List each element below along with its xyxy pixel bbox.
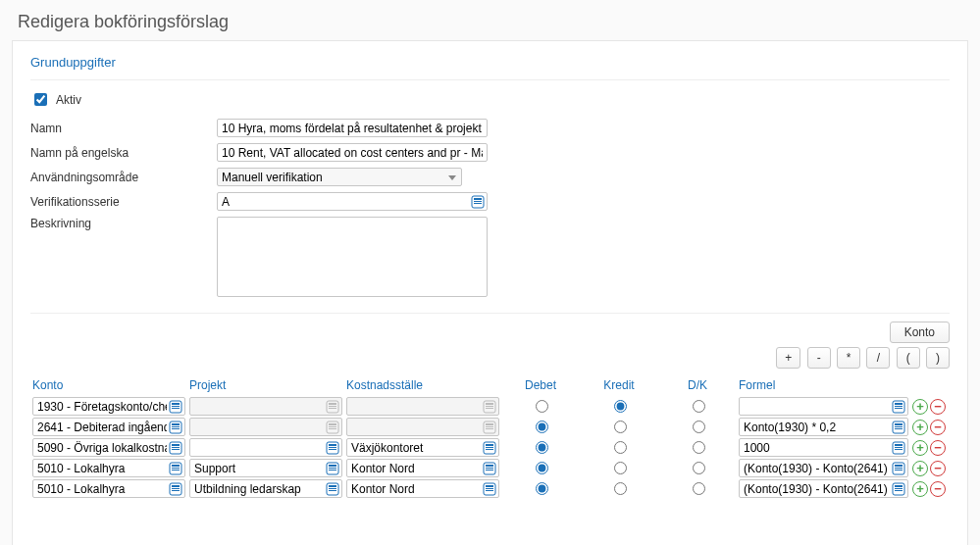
usage-select[interactable]: Manuell verifikation [217, 168, 462, 186]
th-dk[interactable]: D/K [658, 374, 737, 396]
projekt-input[interactable] [189, 479, 342, 498]
svg-rect-6 [172, 406, 180, 407]
kredit-radio[interactable] [614, 482, 627, 495]
svg-rect-26 [329, 426, 336, 427]
debet-radio[interactable] [536, 462, 548, 474]
remove-row-button[interactable]: − [930, 461, 946, 476]
op-plus-button[interactable]: + [776, 347, 800, 369]
op-lparen-button[interactable]: ( [897, 347, 920, 369]
debet-radio[interactable] [536, 421, 548, 433]
op-div-button[interactable]: / [866, 347, 890, 369]
remove-row-button[interactable]: − [930, 420, 946, 435]
remove-row-button[interactable]: − [930, 440, 946, 456]
th-debet[interactable]: Debet [501, 374, 580, 396]
svg-rect-38 [172, 447, 180, 448]
kost-input[interactable] [346, 438, 499, 457]
add-row-button[interactable]: + [912, 461, 928, 476]
series-input[interactable] [217, 192, 488, 211]
kredit-radio[interactable] [614, 421, 627, 433]
lookup-icon[interactable] [169, 441, 182, 455]
name-input[interactable] [217, 119, 488, 137]
lookup-icon[interactable] [892, 441, 905, 455]
desc-textarea[interactable] [217, 217, 488, 297]
lookup-icon[interactable] [892, 462, 905, 475]
konto-input[interactable] [32, 479, 185, 498]
th-formel[interactable]: Formel [737, 374, 910, 396]
svg-rect-49 [895, 444, 903, 446]
table-row: +− [30, 396, 950, 417]
lookup-icon[interactable] [169, 462, 182, 475]
svg-rect-59 [329, 470, 336, 471]
remove-row-button[interactable]: − [930, 481, 946, 497]
kost-input [346, 397, 499, 416]
lookup-icon[interactable] [169, 421, 182, 434]
konto-input[interactable] [32, 397, 185, 416]
projekt-input[interactable] [189, 459, 342, 477]
lookup-icon[interactable] [326, 462, 339, 475]
add-row-button[interactable]: + [912, 420, 928, 435]
table-row: +− [30, 458, 950, 478]
formel-input[interactable] [739, 459, 908, 477]
lookup-icon[interactable] [169, 482, 182, 496]
formel-input[interactable] [739, 418, 908, 436]
dk-radio[interactable] [693, 441, 705, 454]
dk-radio[interactable] [693, 400, 705, 413]
lookup-icon[interactable] [326, 441, 339, 455]
debet-radio[interactable] [536, 400, 548, 413]
svg-rect-83 [895, 490, 903, 491]
konto-input[interactable] [32, 438, 185, 457]
formel-input[interactable] [739, 479, 908, 498]
op-rparen-button[interactable]: ) [926, 347, 950, 369]
op-minus-button[interactable]: - [807, 347, 831, 369]
svg-rect-51 [895, 449, 903, 450]
active-checkbox[interactable] [34, 93, 47, 106]
lookup-icon[interactable] [483, 462, 496, 475]
lookup-icon[interactable] [892, 482, 905, 496]
konto-input[interactable] [32, 418, 185, 436]
konto-button[interactable]: Konto [890, 322, 950, 343]
svg-rect-69 [172, 485, 180, 487]
kost-input[interactable] [346, 479, 499, 498]
projekt-input[interactable] [189, 438, 342, 457]
svg-rect-47 [486, 449, 493, 450]
lookup-icon[interactable] [892, 400, 905, 414]
th-projekt[interactable]: Projekt [187, 374, 344, 396]
svg-rect-62 [486, 468, 493, 469]
kredit-radio[interactable] [614, 441, 627, 454]
op-mult-button[interactable]: * [837, 347, 860, 369]
svg-rect-50 [895, 447, 903, 448]
page-title: Redigera bokföringsförslag [0, 0, 980, 40]
th-kost[interactable]: Kostnadsställe [344, 374, 501, 396]
add-row-button[interactable]: + [912, 440, 928, 456]
svg-rect-41 [329, 444, 336, 446]
lookup-icon [483, 421, 496, 434]
debet-radio[interactable] [536, 441, 548, 454]
kredit-radio[interactable] [614, 400, 627, 413]
th-konto[interactable]: Konto [30, 374, 187, 396]
name-en-input[interactable] [217, 143, 488, 162]
add-row-button[interactable]: + [912, 481, 928, 497]
section-basic-title: Grunduppgifter [30, 55, 950, 80]
formel-input[interactable] [739, 397, 908, 416]
lookup-icon[interactable] [892, 421, 905, 434]
konto-input[interactable] [32, 459, 185, 477]
th-kredit[interactable]: Kredit [580, 374, 658, 396]
add-row-button[interactable]: + [912, 399, 928, 415]
lookup-icon[interactable] [169, 400, 182, 414]
svg-rect-77 [486, 485, 493, 487]
kredit-radio[interactable] [614, 462, 627, 474]
lookup-icon[interactable] [483, 482, 496, 496]
usage-label: Användningsområde [30, 171, 217, 184]
dk-radio[interactable] [693, 482, 705, 495]
debet-radio[interactable] [536, 482, 548, 495]
lookup-icon[interactable] [483, 441, 496, 455]
remove-row-button[interactable]: − [930, 399, 946, 415]
formel-input[interactable] [739, 438, 908, 457]
kost-input[interactable] [346, 459, 499, 477]
dk-radio[interactable] [693, 421, 705, 433]
svg-rect-9 [329, 403, 336, 405]
dk-radio[interactable] [693, 462, 705, 474]
lookup-icon[interactable] [326, 482, 339, 496]
svg-rect-13 [486, 403, 493, 405]
svg-rect-29 [486, 423, 493, 425]
